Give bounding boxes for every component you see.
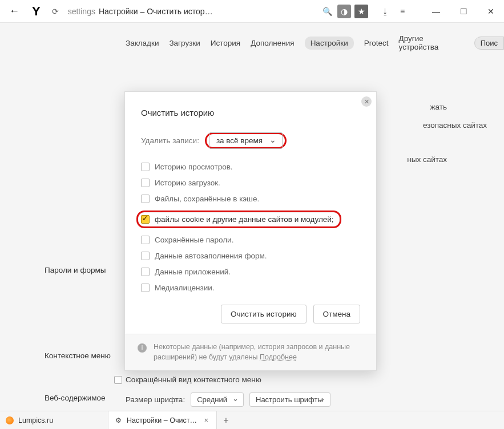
clear-options-list: Историю просмотров. Историю загрузок. Фа… — [141, 163, 360, 292]
check-label: Медиалицензии. — [155, 284, 215, 292]
clear-history-dialog: ✕ Очистить историю Удалить записи: за вс… — [124, 91, 377, 371]
checkbox-icon[interactable] — [141, 284, 150, 292]
checkbox-icon[interactable] — [141, 195, 150, 203]
check-label: Данные автозаполнения форм. — [155, 252, 267, 260]
section-heading-contextmenu: Контекстное меню — [45, 351, 111, 360]
check-label: файлы cookie и другие данные сайтов и мо… — [155, 215, 334, 224]
back-button[interactable]: ← — [5, 3, 24, 19]
time-range-select[interactable]: за всё время — [209, 132, 283, 149]
nav-tab-bookmarks[interactable]: Закладки — [126, 39, 159, 47]
tab-title: Настройки – Очистить и… — [127, 416, 197, 424]
address-bar[interactable]: settings Настройки – Очистить истор… — [68, 7, 315, 16]
yandex-logo[interactable]: Y — [30, 4, 43, 19]
close-window-button[interactable]: ✕ — [482, 5, 499, 18]
checkbox-icon[interactable] — [141, 236, 150, 244]
tab-settings[interactable]: ⚙ Настройки – Очистить и… × — [108, 411, 217, 429]
check-app-data[interactable]: Данные приложений. — [141, 268, 360, 276]
bg-text-peek: ных сайтах — [407, 155, 447, 164]
checkbox-icon[interactable] — [141, 179, 150, 187]
reload-button[interactable]: ⟳ — [49, 7, 62, 16]
window-controls: — ☐ ✕ — [428, 5, 499, 18]
dialog-title: Очистить историю — [141, 108, 360, 118]
check-label: Историю загрузок. — [155, 179, 220, 187]
gear-icon: ⚙ — [114, 416, 122, 424]
check-label: Сохранённые пароли. — [155, 236, 233, 244]
section-heading-passwords: Пароли и формы — [45, 266, 106, 274]
font-size-select[interactable]: Средний — [191, 392, 244, 407]
check-browsing-history[interactable]: Историю просмотров. — [141, 163, 360, 171]
browser-toolbar: ← Y ⟳ settings Настройки – Очистить исто… — [0, 0, 504, 23]
check-passwords[interactable]: Сохранённые пароли. — [141, 236, 360, 244]
check-autofill[interactable]: Данные автозаполнения форм. — [141, 252, 360, 260]
downloads-icon[interactable]: ⭳ — [378, 5, 392, 18]
maximize-button[interactable]: ☐ — [455, 5, 472, 18]
tab-bar: Lumpics.ru ⚙ Настройки – Очистить и… × + — [0, 411, 504, 429]
font-size-row: Размер шрифта: Средний Настроить шрифты — [126, 392, 330, 407]
toolbar-icons: 🔍 ◑ ★ ⭳ ≡ — [320, 5, 409, 18]
check-download-history[interactable]: Историю загрузок. — [141, 179, 360, 187]
tab-lumpics[interactable]: Lumpics.ru — [0, 411, 108, 429]
checkbox-icon[interactable] — [141, 252, 150, 260]
settings-page: Закладки Загрузки История Дополнения Нас… — [0, 23, 504, 411]
bg-text-peek: езопасных сайтах — [423, 121, 487, 129]
nav-tab-downloads[interactable]: Загрузки — [169, 39, 200, 47]
checkbox-icon[interactable] — [141, 215, 150, 224]
dialog-close-button[interactable]: ✕ — [361, 96, 372, 107]
label-short-context: Сокращённый вид контекстного меню — [126, 375, 261, 384]
checkbox-short-context[interactable] — [114, 376, 122, 384]
nav-tab-addons[interactable]: Дополнения — [251, 39, 294, 47]
section-heading-webcontent: Веб-содержимое — [45, 394, 105, 402]
dialog-buttons: Очистить историю Отмена — [141, 305, 360, 323]
favicon-icon — [6, 416, 14, 424]
dialog-footer: i Некоторые данные (например, история за… — [125, 334, 376, 370]
check-label: Историю просмотров. — [155, 163, 233, 171]
bg-text-peek: жать — [430, 103, 447, 111]
highlight-ring: файлы cookie и другие данные сайтов и мо… — [136, 211, 341, 228]
customize-fonts-button[interactable]: Настроить шрифты — [249, 392, 330, 407]
nav-tab-protect[interactable]: Protect — [364, 39, 389, 47]
new-tab-button[interactable]: + — [217, 411, 235, 429]
shield-icon[interactable]: ◑ — [337, 5, 351, 18]
tab-title: Lumpics.ru — [18, 416, 102, 424]
check-label: Данные приложений. — [155, 268, 231, 276]
menu-icon[interactable]: ≡ — [396, 5, 409, 18]
minimize-button[interactable]: — — [428, 5, 445, 18]
learn-more-link[interactable]: Подробнее — [260, 353, 297, 361]
time-range-row: Удалить записи: за всё время — [141, 132, 360, 149]
cancel-button[interactable]: Отмена — [313, 305, 360, 323]
nav-tab-devices[interactable]: Другие устройства — [399, 34, 464, 51]
check-media-licenses[interactable]: Медиалицензии. — [141, 284, 360, 292]
address-prefix: settings — [68, 7, 95, 16]
check-cookies-row: файлы cookie и другие данные сайтов и мо… — [141, 211, 360, 228]
info-icon: i — [138, 343, 147, 353]
nav-tab-history[interactable]: История — [211, 39, 240, 47]
nav-search-button[interactable]: Поис — [474, 37, 504, 50]
clear-history-button[interactable]: Очистить историю — [221, 305, 307, 323]
nav-tab-settings[interactable]: Настройки — [305, 37, 354, 50]
checkbox-icon[interactable] — [141, 163, 150, 171]
tab-close-button[interactable]: × — [201, 416, 211, 424]
check-label: Файлы, сохранённые в кэше. — [155, 195, 259, 203]
checkbox-icon[interactable] — [141, 268, 150, 276]
check-cache[interactable]: Файлы, сохранённые в кэше. — [141, 195, 360, 203]
highlight-ring: за всё время — [205, 132, 287, 149]
time-range-label: Удалить записи: — [141, 136, 199, 145]
address-title: Настройки – Очистить истор… — [99, 7, 213, 16]
settings-nav: Закладки Загрузки История Дополнения Нас… — [0, 23, 504, 62]
search-icon[interactable]: 🔍 — [320, 5, 334, 18]
footer-text: Некоторые данные (например, история запр… — [154, 342, 364, 362]
bookmark-star-icon[interactable]: ★ — [354, 5, 368, 18]
font-size-label: Размер шрифта: — [126, 395, 185, 404]
